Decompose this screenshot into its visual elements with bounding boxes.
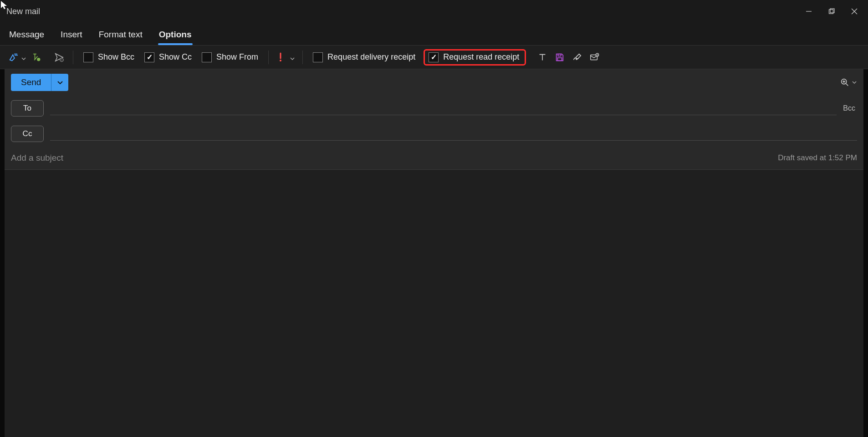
message-options-icon[interactable] [589,52,600,63]
checkbox-icon [202,52,212,62]
request-read-receipt-checkbox[interactable]: Request read receipt [424,49,526,66]
checkbox-icon [83,52,93,62]
message-body[interactable] [5,170,863,437]
zoom-icon [840,77,850,87]
show-bcc-label: Show Bcc [98,52,134,62]
chevron-down-icon [290,55,294,60]
send-options-icon[interactable] [54,52,65,63]
svg-rect-9 [558,54,561,56]
show-from-checkbox[interactable]: Show From [200,51,260,63]
svg-line-14 [846,84,848,86]
svg-point-7 [61,59,62,60]
minimize-button[interactable] [804,7,813,16]
show-from-label: Show From [216,52,258,62]
svg-point-8 [280,60,281,61]
svg-rect-10 [558,57,562,60]
zoom-dropdown[interactable] [840,77,857,87]
send-button[interactable]: Send [11,74,51,91]
cc-field[interactable] [50,127,857,141]
ribbon: Show Bcc Show Cc Show From Request deliv… [0,46,868,69]
maximize-button[interactable] [827,7,836,16]
to-button[interactable]: To [11,100,44,117]
request-read-label: Request read receipt [443,52,519,62]
bcc-link[interactable]: Bcc [843,104,857,112]
request-delivery-label: Request delivery receipt [327,52,415,62]
ribbon-tabs: Message Insert Format text Options [0,23,868,46]
show-bcc-checkbox[interactable]: Show Bcc [82,51,136,63]
save-icon[interactable] [554,52,565,63]
page-color-icon[interactable] [32,52,43,63]
draft-status: Draft saved at 1:52 PM [769,153,857,163]
window-title: New mail [5,7,40,16]
signature-icon[interactable] [572,52,582,63]
tab-options[interactable]: Options [158,25,193,45]
chevron-down-icon [56,79,64,86]
checkbox-icon [313,52,323,62]
chevron-down-icon [852,80,857,85]
close-button[interactable] [850,7,859,16]
checkbox-checked-icon [429,52,439,62]
importance-high-icon [277,52,284,62]
to-field[interactable] [50,102,837,115]
request-delivery-receipt-checkbox[interactable]: Request delivery receipt [311,51,417,63]
send-button-group: Send [11,74,68,91]
svg-point-5 [37,57,40,61]
tab-insert[interactable]: Insert [60,25,83,45]
show-cc-checkbox[interactable]: Show Cc [143,51,194,63]
themes-icon[interactable] [8,52,19,63]
svg-rect-2 [830,9,834,13]
svg-rect-1 [829,10,833,14]
checkbox-checked-icon [144,52,154,62]
plain-text-icon[interactable] [537,52,548,63]
themes-dropdown-icon[interactable] [21,55,26,60]
importance-dropdown[interactable] [277,52,294,62]
show-cc-label: Show Cc [159,52,192,62]
subject-input[interactable] [11,153,769,163]
tab-format-text[interactable]: Format text [98,25,143,45]
send-dropdown[interactable] [51,74,68,91]
cc-button[interactable]: Cc [11,126,44,142]
compose-area: Send To Bcc Cc Draft saved at [5,69,863,437]
tab-message[interactable]: Message [8,25,45,45]
